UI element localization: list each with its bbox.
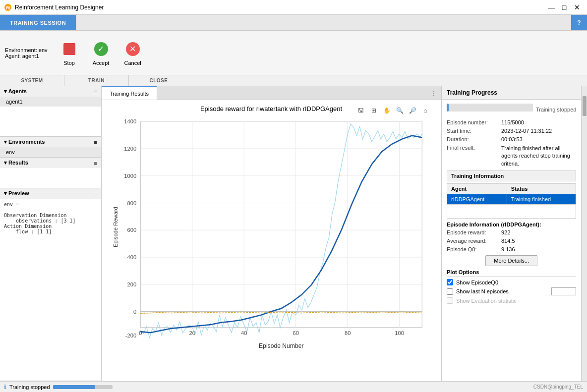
accept-button[interactable]: ✓ Accept [86,33,116,73]
environments-section-header[interactable]: ▾ Environments ≡ [0,137,101,147]
chart-zoomin-icon[interactable]: 🔍 [394,105,405,116]
results-section: ▾ Results ≡ [0,158,101,188]
environments-menu-icon[interactable]: ≡ [94,139,97,145]
svg-text:1200: 1200 [124,146,136,152]
statusbar: ℹ Training stopped CSDN@pingping_TEL [0,381,587,392]
right-panel-scroll[interactable]: Training stopped Episode number: 115/500… [442,100,581,381]
toolbar: Environment: env Agent: agent1 Stop ✓ Ac… [0,31,587,75]
table-row[interactable]: rIDDPGAgent Training finished [447,194,576,205]
results-section-header[interactable]: ▾ Results ≡ [0,158,101,168]
environments-section-title: ▾ Environments [4,139,45,145]
preview-section: ▾ Preview ≡ env = Observation Dimension … [0,188,101,381]
duration-row: Duration: 00:03:53 [447,136,576,142]
episode-q0-row: Episode Q0: 9.136 [447,246,576,252]
preview-menu-icon[interactable]: ≡ [94,191,97,197]
n-episodes-input[interactable]: 5000 [551,287,576,295]
stop-button[interactable]: Stop [55,33,84,73]
sidebar-item-agent1[interactable]: agent1 [0,97,101,107]
watermark: CSDN@pingping_TEL [533,384,583,390]
training-session-tab-label: TRAINING SESSION [10,20,66,26]
svg-rect-2 [140,121,422,328]
titlebar: RL Reinforcement Learning Designer — □ ✕ [0,0,587,15]
episode-number-row: Episode number: 115/5000 [447,119,576,125]
preview-text: env = Observation Dimension observations… [0,199,101,237]
svg-text:20: 20 [189,330,195,336]
preview-section-header[interactable]: ▾ Preview ≡ [0,188,101,199]
train-section-label: TRAIN [64,75,129,86]
svg-text:60: 60 [293,330,298,336]
expand-icon: ▾ [4,88,8,94]
center-tab-menu[interactable]: ⋮ [427,86,441,100]
agents-section: ▾ Agents ≡ agent1 [0,86,101,137]
environments-section: ▾ Environments ≡ env [0,137,101,158]
status-info-icon: ℹ [4,384,6,391]
progress-bar-fill [447,104,449,112]
window-controls: — □ ✕ [545,2,583,12]
training-results-tab[interactable]: Training Results [102,86,157,100]
right-panel-wrapper: Training Progress Training stopped Episo… [441,86,587,381]
status-text: Training stopped [9,384,50,390]
agent-col-header: Agent [447,184,507,194]
agent-info: Environment: env Agent: agent1 [5,47,48,59]
training-stopped-badge: Training stopped [536,107,577,112]
show-episodeq0-label: Show EpisodeQ0 [456,280,498,285]
progress-row: Training stopped [447,104,576,115]
svg-text:80: 80 [345,330,351,336]
agents-section-header[interactable]: ▾ Agents ≡ [0,86,101,97]
agent-cell: rIDDPGAgent [447,194,507,205]
maximize-button[interactable]: □ [558,2,570,12]
show-last-n-checkbox[interactable] [447,288,453,295]
show-last-n-row: Show last N episodes 5000 [447,287,576,295]
svg-text:40: 40 [241,330,247,336]
chart-table-icon[interactable]: ⊞ [368,105,379,116]
svg-text:800: 800 [127,200,137,206]
right-panel-header: Training Progress [442,86,581,100]
episode-reward-row: Episode reward: 922 [447,229,576,235]
status-cell: Training finished [507,194,576,205]
expand-icon: ▾ [4,139,8,145]
scroll-thumb[interactable] [583,96,587,116]
minimize-button[interactable]: — [545,2,557,12]
window-title: Reinforcement Learning Designer [15,4,545,11]
chart-area: Episode reward for rlwatertank with rIDD… [102,100,441,381]
chart-zoomout-icon[interactable]: 🔎 [407,105,418,116]
expand-icon: ▾ [4,160,8,166]
training-info-section-header: Training Information [447,170,576,181]
more-details-button[interactable]: More Details... [485,255,537,266]
chart-save-icon[interactable]: 🖫 [355,105,366,116]
svg-text:1000: 1000 [124,173,136,179]
main-tabbar: TRAINING SESSION ? [0,15,587,31]
status-col-header: Status [507,184,576,194]
plot-options-header: Plot Options [447,269,576,277]
agent-table: Agent Status rIDDPGAgent Training finish… [447,183,576,219]
results-menu-icon[interactable]: ≡ [94,160,97,166]
right-panel-title: Training Progress [447,89,497,96]
cancel-icon: ✕ [124,40,142,58]
show-last-n-label: Show last N episodes [456,288,509,294]
chart-home-icon[interactable]: ⌂ [420,105,431,116]
cancel-button[interactable]: ✕ Cancel [118,33,148,73]
svg-text:Episode Reward: Episode Reward [113,207,118,247]
center-tabbar: Training Results ⋮ [102,86,441,100]
accept-icon: ✓ [92,40,110,58]
svg-text:-200: -200 [125,333,136,338]
sidebar: ▾ Agents ≡ agent1 ▾ Environments ≡ env [0,86,102,381]
start-time-row: Start time: 2023-12-07 11:31:22 [447,128,576,134]
close-button[interactable]: ✕ [571,2,583,12]
agents-menu-icon[interactable]: ≡ [94,89,97,95]
show-eval-stat-row: Show Evaluation statistic [447,297,576,304]
preview-section-title: ▾ Preview [4,190,29,197]
agents-section-title: ▾ Agents [4,88,27,95]
final-result-row: Final result: Training finished after al… [447,145,576,168]
show-episodeq0-checkbox[interactable] [447,279,453,285]
svg-text:Episode Number: Episode Number [259,342,304,349]
show-eval-stat-label: Show Evaluation statistic [456,298,517,304]
sidebar-item-env[interactable]: env [0,147,101,157]
expand-icon: ▾ [4,190,8,196]
svg-text:0: 0 [133,309,136,315]
help-button[interactable]: ? [571,15,587,30]
chart-pan-icon[interactable]: ✋ [381,105,392,116]
svg-text:400: 400 [127,254,137,260]
show-eval-stat-checkbox [447,297,453,304]
training-session-tab[interactable]: TRAINING SESSION [0,15,76,30]
